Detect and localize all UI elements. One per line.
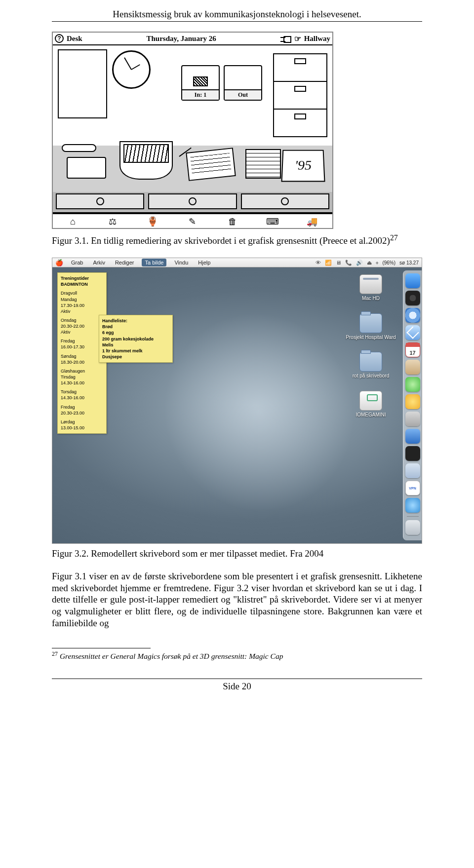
desktop-icon[interactable]: IOMEGAMINI: [356, 391, 386, 418]
dock-ical-icon[interactable]: [405, 342, 420, 357]
figure-2-caption: Figur 3.2. Remodellert skrivebord som er…: [52, 548, 422, 560]
sticky-entry: Lørdag13.00-15.00: [61, 419, 103, 431]
sticky-list-item: Dusjsepe: [102, 354, 169, 360]
footnote-ref: 27: [390, 233, 398, 242]
dock-safari-icon[interactable]: [405, 308, 420, 323]
desk-drawer[interactable]: [148, 193, 237, 209]
toolbar-stamp-icon[interactable]: ⚖: [103, 215, 122, 228]
dock-preferences-icon[interactable]: [405, 412, 420, 426]
toolbar-desk-icon[interactable]: ⌂: [63, 215, 82, 228]
figure-2-mac-desktop: 🍎 Grab Arkiv Rediger Ta bilde Vindu Hjel…: [52, 258, 422, 544]
dock-mail-icon[interactable]: [405, 325, 420, 340]
body-paragraph: Figur 3.1 viser en av de første skrivebo…: [52, 570, 422, 629]
inbox-label: In: 1: [182, 89, 219, 100]
desk-drawer[interactable]: [56, 193, 144, 209]
toolbar-pencil-icon[interactable]: ✎: [183, 215, 202, 228]
menubar-modem-icon[interactable]: 📞: [345, 260, 352, 266]
legal-pad-icon[interactable]: [245, 149, 281, 179]
desktop-icon[interactable]: Mac HD: [359, 274, 382, 302]
menubar-battery[interactable]: (96%): [382, 260, 395, 265]
toolbar-trash-icon[interactable]: 🗑: [223, 215, 242, 228]
menu-hjelp[interactable]: Hjelp: [196, 259, 212, 266]
footnote-number: 27: [52, 650, 58, 657]
desk-label: Desk: [67, 35, 82, 43]
sticky-entry: Torsdag14.30-16.00: [61, 389, 103, 401]
file-cabinet-icon[interactable]: [273, 53, 327, 137]
menubar-signal-icon[interactable]: 📶: [325, 260, 332, 266]
desk-drawer[interactable]: [241, 193, 329, 209]
calendar-icon[interactable]: '95: [281, 150, 325, 182]
phone-icon[interactable]: [62, 144, 111, 179]
outbox-slot[interactable]: Out: [224, 65, 262, 101]
rolodex-icon[interactable]: [119, 141, 173, 180]
inbox-slot[interactable]: In: 1: [181, 65, 220, 101]
desktop-icon-label: Mac HD: [362, 296, 380, 302]
sticky-shopping-title: Handleliste:: [102, 318, 169, 324]
menubar-clock[interactable]: sø 13.27: [399, 260, 419, 265]
dock-app-icon[interactable]: [405, 463, 420, 478]
menubar-volume-icon[interactable]: 🔊: [356, 260, 363, 266]
menu-ta-bilde[interactable]: Ta bilde: [142, 259, 166, 266]
footnote: 27 Grensesnittet er General Magics forsø…: [52, 650, 422, 661]
menu-grab[interactable]: Grab: [69, 259, 85, 266]
mac-desktop[interactable]: Treningstider BADMINTON DragvollMandag17…: [52, 267, 422, 544]
sticky-entry: Søndag18.30-20.00: [61, 353, 103, 365]
hand-icon[interactable]: ☞: [294, 34, 301, 43]
figure-1-caption: Figur 3.1. En tidlig remediering av skri…: [52, 233, 422, 247]
footer-rule: [52, 679, 422, 679]
dock-finder-icon[interactable]: [405, 273, 420, 288]
menu-vindu[interactable]: Vindu: [172, 259, 190, 266]
sticky-title: Treningstider: [61, 275, 103, 281]
sticky-title-2: BADMINTON: [61, 281, 103, 287]
dock-vpn-icon[interactable]: VPN: [405, 481, 420, 495]
menubar-display-icon[interactable]: 🖥: [336, 260, 341, 265]
dock: VPN: [403, 270, 422, 540]
dock-itunes-icon[interactable]: [405, 377, 420, 392]
dock-addressbook-icon[interactable]: [405, 360, 420, 375]
wall-panel: [58, 49, 107, 118]
dock-network-icon[interactable]: [405, 498, 420, 513]
menubar-right: 👁 📶 🖥 📞 🔊 ⏏ ᚐ (96%) sø 13.27: [316, 260, 419, 266]
menubar-flag-icon[interactable]: ᚐ: [376, 260, 378, 266]
sticky-list-item: Melis: [102, 342, 169, 348]
harddrive-icon: [359, 274, 382, 294]
figure-1-topbar: ? Desk Thursday, January 26 ☞ Hallway: [53, 33, 332, 45]
outbox-label: Out: [225, 89, 261, 100]
dock-iphoto-icon[interactable]: [405, 394, 420, 409]
clock-icon[interactable]: [112, 50, 151, 89]
dock-terminal-icon[interactable]: [405, 446, 420, 461]
toolbar-lamp-icon[interactable]: 🏺: [143, 215, 162, 228]
sticky-note-shopping[interactable]: Handleliste: Brød6 egg200 gram kokesjoko…: [99, 315, 173, 363]
plug-icon: [280, 36, 291, 41]
toolbar-keyboard-icon[interactable]: ⌨: [263, 215, 282, 228]
help-icon[interactable]: ?: [55, 34, 64, 43]
desktop-icon[interactable]: rot på skrivebord: [353, 352, 389, 379]
sticky-entry: GløshaugenTirsdag14.30-16.00: [61, 368, 103, 386]
dock-separator: [407, 516, 419, 517]
dock-dashboard-icon[interactable]: [405, 291, 420, 305]
folder-icon: [359, 313, 382, 333]
topbar-date: Thursday, January 26: [85, 35, 277, 43]
desktop-icon-label: Prosjekt Hospital Ward: [346, 335, 395, 340]
menu-arkiv[interactable]: Arkiv: [91, 259, 107, 266]
mail-flag-icon: [193, 76, 208, 86]
mail-slots: In: 1 Out: [181, 65, 262, 101]
apple-menu-icon[interactable]: 🍎: [55, 259, 63, 266]
menubar-ichat-icon[interactable]: 👁: [316, 260, 321, 265]
page-number: Side 20: [52, 681, 422, 692]
desktop-icons-column: Mac HDProsjekt Hospital Wardrot på skriv…: [344, 274, 398, 417]
sticky-entry: Onsdag20.30-22.00Aktiv: [61, 317, 103, 335]
hallway-label[interactable]: Hallway: [304, 35, 330, 43]
dock-word-icon[interactable]: [405, 429, 420, 444]
sticky-entry: Fredag16.00-17.30: [61, 338, 103, 350]
notepad-icon[interactable]: [186, 148, 236, 181]
sticky-list-item: 6 egg: [102, 330, 169, 336]
menu-rediger[interactable]: Rediger: [113, 259, 136, 266]
dock-trash-icon[interactable]: [405, 520, 420, 535]
desktop-icon-label: IOMEGAMINI: [356, 412, 386, 418]
menubar-eject-icon[interactable]: ⏏: [367, 260, 372, 266]
sticky-list-item: 200 gram kokesjokolade: [102, 336, 169, 342]
desk-scene: In: 1 Out '95: [53, 45, 332, 213]
desktop-icon[interactable]: Prosjekt Hospital Ward: [346, 313, 395, 340]
toolbar-truck-icon[interactable]: 🚚: [303, 215, 321, 228]
